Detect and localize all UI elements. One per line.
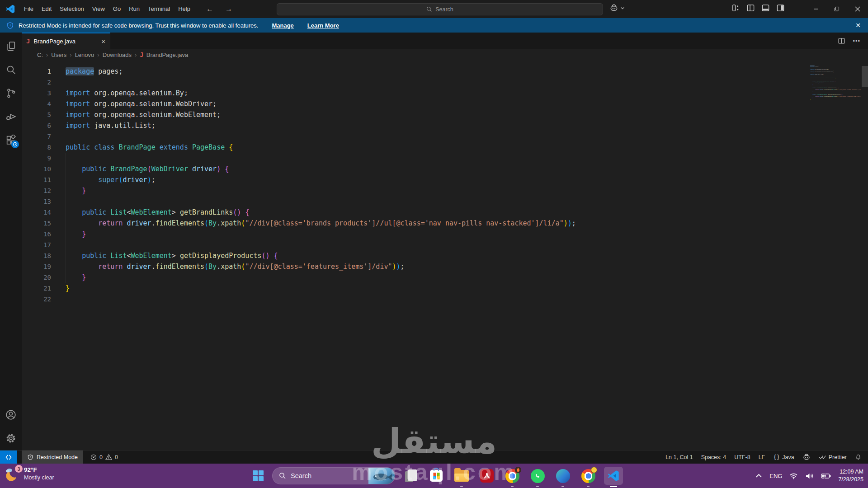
- learn-more-link[interactable]: Learn More: [307, 22, 339, 29]
- code-line[interactable]: 13: [22, 196, 868, 207]
- code-line[interactable]: 12 }: [22, 185, 868, 196]
- remote-indicator[interactable]: [0, 450, 17, 464]
- split-editor-icon[interactable]: [838, 37, 845, 45]
- chevron-down-icon: [620, 6, 625, 10]
- code-line[interactable]: 21}: [22, 283, 868, 294]
- language-mode[interactable]: {} Java: [773, 454, 794, 460]
- breadcrumb-item[interactable]: Downloads: [103, 52, 132, 58]
- menu-terminal[interactable]: Terminal: [144, 3, 174, 15]
- extensions-icon[interactable]: [0, 128, 22, 152]
- acrobat-icon[interactable]: [477, 467, 496, 485]
- code-line[interactable]: 22: [22, 294, 868, 305]
- menu-file[interactable]: File: [20, 3, 38, 15]
- search-icon: [426, 6, 432, 12]
- formatter-status[interactable]: Prettier: [819, 454, 847, 460]
- manage-link[interactable]: Manage: [272, 22, 293, 29]
- code-line[interactable]: 6import java.util.List;: [22, 120, 868, 131]
- code-line[interactable]: 3import org.openqa.selenium.By;: [22, 88, 868, 99]
- code-line[interactable]: 18 public List<WebElement> getDisplayedP…: [22, 250, 868, 261]
- code-line[interactable]: 2: [22, 77, 868, 88]
- scrollbar-thumb[interactable]: [862, 66, 868, 87]
- wifi-icon[interactable]: [789, 473, 798, 479]
- code-line[interactable]: 15 return driver.findElements(By.xpath("…: [22, 218, 868, 229]
- nav-back-icon[interactable]: ←: [206, 5, 213, 13]
- warnings-icon: [105, 454, 112, 460]
- search-highlight-image-fish[interactable]: [368, 468, 395, 484]
- settings-gear-icon[interactable]: [0, 427, 22, 450]
- volume-icon[interactable]: [805, 473, 814, 479]
- code-line[interactable]: 10 public BrandPage(WebDriver driver) {: [22, 164, 868, 174]
- tray-chevron-up-icon[interactable]: [755, 474, 762, 478]
- run-debug-icon[interactable]: [0, 105, 22, 128]
- restore-button[interactable]: [826, 0, 847, 18]
- menu-edit[interactable]: Edit: [38, 3, 56, 15]
- breadcrumb-item[interactable]: Lenovo: [75, 52, 94, 58]
- menu-view[interactable]: View: [88, 3, 109, 15]
- close-window-button[interactable]: [847, 0, 868, 18]
- command-center-search[interactable]: Search: [277, 3, 603, 15]
- tab-brandpage-java[interactable]: J BrandPage.java ×: [22, 33, 110, 49]
- nav-forward-icon[interactable]: →: [225, 5, 232, 13]
- code-line[interactable]: 8public class BrandPage extends PageBase…: [22, 142, 868, 153]
- breadcrumb-item[interactable]: Users: [51, 52, 66, 58]
- menu-go[interactable]: Go: [109, 3, 125, 15]
- breadcrumb-item[interactable]: JBrandPage.java: [140, 51, 188, 58]
- copilot-menu[interactable]: [609, 4, 625, 13]
- toggle-panel-icon[interactable]: [761, 4, 770, 12]
- banner-close-icon[interactable]: ✕: [855, 22, 861, 29]
- toggle-secondary-sidebar-icon[interactable]: [776, 4, 785, 12]
- encoding[interactable]: UTF-8: [734, 454, 750, 460]
- battery-charging-icon[interactable]: [821, 473, 831, 479]
- code-editor[interactable]: 1package pages;23import org.openqa.selen…: [22, 61, 868, 450]
- accounts-icon[interactable]: [0, 403, 22, 427]
- menu-help[interactable]: Help: [174, 3, 194, 15]
- problems-status[interactable]: 0 0: [90, 454, 118, 460]
- source-control-icon[interactable]: [0, 81, 22, 105]
- vscode-taskbar-icon[interactable]: [604, 467, 623, 485]
- search-sidebar-icon[interactable]: [0, 58, 22, 81]
- minimap[interactable]: package pages;import org.openqa.selenium…: [810, 65, 861, 105]
- chrome-notification-icon[interactable]: [503, 467, 522, 485]
- minimap-content: package pages;import org.openqa.selenium…: [810, 65, 861, 102]
- minimize-button[interactable]: [806, 0, 826, 18]
- edge-icon[interactable]: [553, 467, 572, 485]
- tab-label: BrandPage.java: [33, 38, 75, 45]
- taskbar-search-box[interactable]: Search: [272, 467, 395, 484]
- running-indicator: [587, 486, 590, 487]
- more-actions-icon[interactable]: ⋯: [853, 37, 861, 45]
- eol-sequence[interactable]: LF: [759, 454, 765, 460]
- cursor-position[interactable]: Ln 1, Col 1: [665, 454, 693, 460]
- weather-widget[interactable]: 3 92°F Mostly clear: [5, 466, 54, 483]
- code-line[interactable]: 5import org.openqa.selenium.WebElement;: [22, 109, 868, 120]
- code-line[interactable]: 9: [22, 153, 868, 164]
- explorer-icon[interactable]: [0, 34, 22, 58]
- restricted-mode-status[interactable]: Restricted Mode: [22, 450, 83, 464]
- copilot-status-icon[interactable]: [802, 453, 811, 461]
- indentation[interactable]: Spaces: 4: [701, 454, 726, 460]
- code-area: 1package pages;23import org.openqa.selen…: [22, 66, 868, 305]
- start-button[interactable]: [251, 469, 265, 483]
- tab-close-icon[interactable]: ×: [101, 38, 105, 45]
- code-line[interactable]: 19 return driver.findElements(By.xpath("…: [22, 261, 868, 272]
- input-language[interactable]: ENG: [769, 473, 782, 479]
- documents-app-icon[interactable]: [401, 467, 420, 485]
- code-line[interactable]: 17: [22, 239, 868, 250]
- code-line[interactable]: 14 public List<WebElement> getBrandLinks…: [22, 207, 868, 218]
- menu-selection[interactable]: Selection: [56, 3, 88, 15]
- customize-layout-icon[interactable]: [731, 4, 740, 12]
- menu-run[interactable]: Run: [125, 3, 144, 15]
- code-line[interactable]: 1package pages;: [22, 66, 868, 77]
- bell-icon[interactable]: [855, 454, 862, 460]
- code-line[interactable]: 7: [22, 131, 868, 142]
- toggle-sidebar-icon[interactable]: [746, 4, 755, 12]
- breadcrumb-item[interactable]: C:: [37, 52, 43, 58]
- code-line[interactable]: 11 super(driver);: [22, 174, 868, 185]
- file-explorer-icon[interactable]: [452, 467, 471, 485]
- microsoft-store-icon[interactable]: [427, 467, 446, 485]
- whatsapp-icon[interactable]: [528, 467, 547, 485]
- code-line[interactable]: 20 }: [22, 272, 868, 283]
- clock[interactable]: 12:09 AM 7/28/2025: [838, 468, 863, 483]
- code-line[interactable]: 4import org.openqa.selenium.WebDriver;: [22, 99, 868, 109]
- code-line[interactable]: 16 }: [22, 229, 868, 239]
- chrome-icon[interactable]: [579, 467, 598, 485]
